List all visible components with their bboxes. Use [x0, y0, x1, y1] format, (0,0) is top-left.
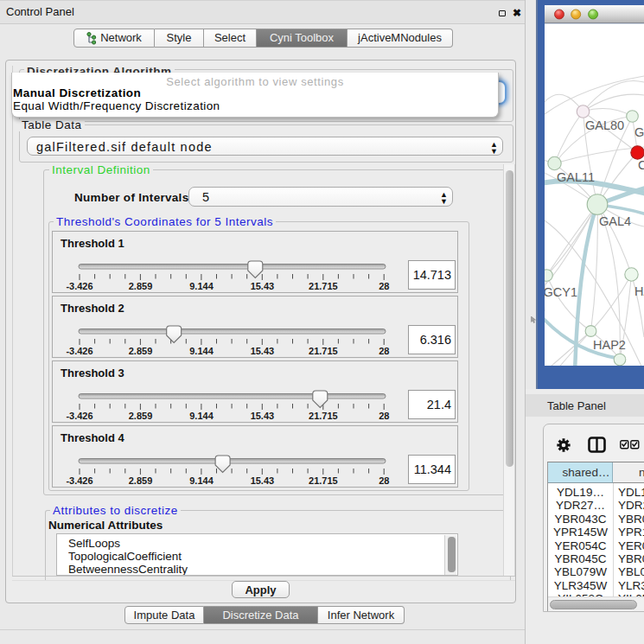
svg-text:GA: GA — [634, 125, 644, 139]
svg-text:2.859: 2.859 — [129, 475, 153, 486]
svg-text:15.43: 15.43 — [251, 475, 275, 486]
svg-text:GAL4: GAL4 — [599, 214, 631, 228]
svg-text:GAL80: GAL80 — [585, 118, 624, 132]
svg-text:2.859: 2.859 — [129, 281, 153, 291]
svg-text:28: 28 — [379, 346, 389, 356]
svg-text:15.43: 15.43 — [251, 346, 275, 356]
svg-text:GAL11: GAL11 — [557, 170, 595, 184]
svg-text:15.43: 15.43 — [251, 281, 275, 291]
svg-text:GCY1: GCY1 — [544, 285, 578, 299]
svg-text:-3.426: -3.426 — [66, 346, 92, 356]
svg-text:-3.426: -3.426 — [66, 475, 92, 486]
svg-text:9.144: 9.144 — [189, 281, 214, 291]
svg-text:28: 28 — [379, 281, 389, 291]
svg-text:9.144: 9.144 — [189, 475, 214, 486]
svg-text:-3.426: -3.426 — [66, 281, 92, 291]
svg-text:CY: CY — [638, 158, 644, 172]
svg-text:28: 28 — [379, 411, 389, 421]
svg-text:21.715: 21.715 — [309, 475, 338, 486]
svg-text:21.715: 21.715 — [309, 346, 338, 356]
svg-text:9.144: 9.144 — [189, 346, 214, 356]
svg-text:HA: HA — [634, 284, 644, 298]
svg-text:HAP2: HAP2 — [593, 338, 626, 352]
svg-text:21.715: 21.715 — [309, 411, 338, 421]
svg-text:-3.426: -3.426 — [66, 411, 92, 421]
svg-text:2.859: 2.859 — [129, 346, 153, 356]
svg-text:9.144: 9.144 — [189, 411, 214, 421]
svg-text:28: 28 — [379, 475, 389, 486]
svg-text:15.43: 15.43 — [251, 411, 275, 421]
svg-text:2.859: 2.859 — [129, 411, 153, 421]
svg-text:21.715: 21.715 — [309, 281, 338, 291]
